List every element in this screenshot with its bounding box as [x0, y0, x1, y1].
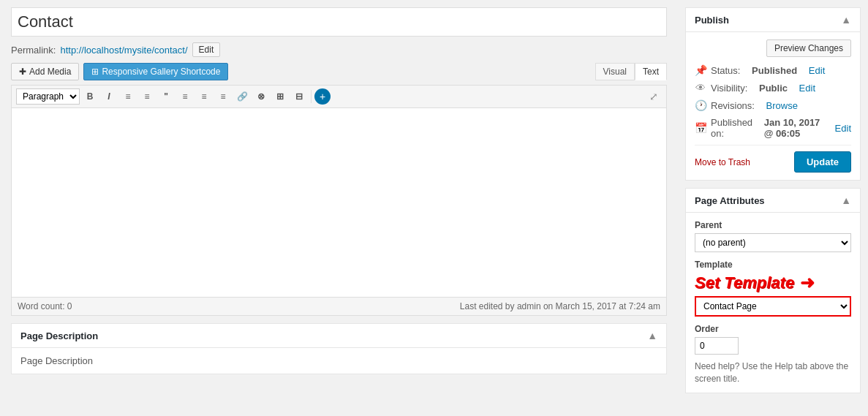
parent-select[interactable]: (no parent) [695, 233, 851, 252]
page-attributes-chevron[interactable]: ▲ [841, 194, 851, 206]
trash-button[interactable]: Move to Trash [695, 157, 750, 167]
annotation-arrow: ➜ [800, 273, 815, 293]
order-input[interactable] [695, 337, 739, 355]
publish-box-body: Preview Changes 📌 Status: Published Edit… [686, 32, 860, 180]
publish-date-row: 📅 Published on: Jan 10, 2017 @ 06:05 Edi… [695, 117, 851, 139]
page-description-section: Page Description ▲ Page Description [11, 323, 667, 374]
page-attributes-body: Parent (no parent) Template Set Template… [686, 213, 860, 393]
publish-box: Publish ▲ Preview Changes 📌 Status: Publ… [685, 7, 861, 181]
align-right-button[interactable]: ≡ [214, 88, 232, 105]
page-attributes-box: Page Attributes ▲ Parent (no parent) Tem… [685, 188, 861, 393]
fullscreen-button[interactable]: ⤢ [646, 88, 662, 105]
add-media-button[interactable]: ✚ Add Media [11, 63, 79, 80]
parent-label: Parent [695, 220, 851, 230]
visibility-label: Visibility: [711, 83, 747, 94]
add-media-label: Add Media [29, 67, 71, 77]
last-edited-info: Last edited by admin on March 15, 2017 a… [460, 301, 660, 311]
publish-box-title: Publish [695, 15, 729, 26]
word-count: Word count: 0 [18, 301, 72, 311]
page-attributes-title: Page Attributes [695, 195, 765, 206]
paragraph-select[interactable]: Paragraph [16, 88, 80, 105]
help-text: Need help? Use the Help tab above the sc… [695, 360, 851, 385]
table-button[interactable]: ⊟ [290, 88, 308, 105]
publish-box-header: Publish ▲ [686, 8, 860, 32]
permalink-bar: Permalink: http://localhost/mysite/conta… [11, 42, 667, 57]
status-edit-link[interactable]: Edit [809, 65, 825, 76]
publish-actions-top: Preview Changes [695, 39, 851, 57]
editor-footer: Word count: 0 Last edited by admin on Ma… [11, 298, 667, 316]
status-icon: 📌 [695, 64, 706, 76]
toolbar-divider [311, 90, 312, 103]
page-description-title: Page Description [20, 330, 98, 341]
gallery-shortcode-button[interactable]: ⊞ Responsive Gallery Shortcode [83, 63, 228, 80]
publish-chevron-up[interactable]: ▲ [841, 14, 851, 26]
italic-button[interactable]: I [100, 88, 118, 105]
more-button[interactable]: ⊞ [271, 88, 289, 105]
add-media-icon: ✚ [19, 67, 26, 77]
permalink-url[interactable]: http://localhost/mysite/contact/ [60, 45, 187, 56]
bold-button[interactable]: B [81, 88, 99, 105]
page-description-header[interactable]: Page Description ▲ [12, 324, 666, 348]
published-label: Published on: [711, 117, 752, 139]
link-button[interactable]: 🔗 [233, 88, 251, 105]
tab-text[interactable]: Text [635, 63, 667, 80]
revisions-label: Revisions: [711, 100, 755, 111]
page-description-body: Page Description [12, 348, 666, 374]
ordered-list-button[interactable]: ≡ [138, 88, 156, 105]
permalink-edit-button[interactable]: Edit [192, 42, 221, 57]
published-icon: 📅 [695, 122, 706, 134]
editor-toolbar-top: ✚ Add Media ⊞ Responsive Gallery Shortco… [11, 63, 667, 80]
order-label: Order [695, 324, 851, 334]
preview-changes-button[interactable]: Preview Changes [766, 39, 851, 57]
page-description-chevron[interactable]: ▲ [647, 330, 657, 341]
visibility-icon: 👁 [695, 82, 706, 94]
editor-tabs: Visual Text [595, 63, 667, 80]
update-button[interactable]: Update [794, 151, 851, 173]
visibility-value: Public [759, 83, 788, 94]
published-edit-link[interactable]: Edit [835, 123, 851, 134]
publish-status-row: 📌 Status: Published Edit [695, 64, 851, 76]
add-content-button[interactable]: + [314, 88, 331, 105]
status-value: Published [752, 65, 797, 76]
unlink-button[interactable]: ⊗ [252, 88, 270, 105]
revisions-browse-link[interactable]: Browse [766, 100, 798, 111]
status-label: Status: [711, 65, 740, 76]
template-select[interactable]: Default Template Contact Page Full Width… [695, 296, 851, 317]
publish-footer: Move to Trash Update [695, 145, 851, 173]
page-title-input[interactable]: Contact [11, 7, 667, 37]
editor-area[interactable] [11, 107, 667, 298]
publish-visibility-row: 👁 Visibility: Public Edit [695, 82, 851, 94]
published-value: Jan 10, 2017 @ 06:05 [764, 117, 823, 139]
template-label: Template [695, 260, 851, 270]
align-center-button[interactable]: ≡ [195, 88, 213, 105]
page-attributes-header: Page Attributes ▲ [686, 189, 860, 213]
align-left-button[interactable]: ≡ [176, 88, 194, 105]
set-template-annotation: Set Template ➜ [695, 273, 851, 293]
gallery-label: Responsive Gallery Shortcode [102, 67, 220, 77]
editor-format-bar: Paragraph B I ≡ ≡ " ≡ ≡ ≡ 🔗 ⊗ ⊞ ⊟ + ⤢ [11, 85, 667, 107]
gallery-icon: ⊞ [91, 67, 99, 77]
publish-revisions-row: 🕐 Revisions: Browse [695, 99, 851, 111]
visibility-edit-link[interactable]: Edit [799, 83, 815, 94]
permalink-label: Permalink: [11, 45, 56, 56]
blockquote-button[interactable]: " [157, 88, 175, 105]
revisions-icon: 🕐 [695, 99, 706, 111]
annotation-text: Set Template [695, 273, 794, 292]
tab-visual[interactable]: Visual [595, 63, 635, 80]
page-description-body-label: Page Description [20, 355, 93, 366]
sidebar: Publish ▲ Preview Changes 📌 Status: Publ… [678, 0, 868, 416]
unordered-list-button[interactable]: ≡ [119, 88, 137, 105]
